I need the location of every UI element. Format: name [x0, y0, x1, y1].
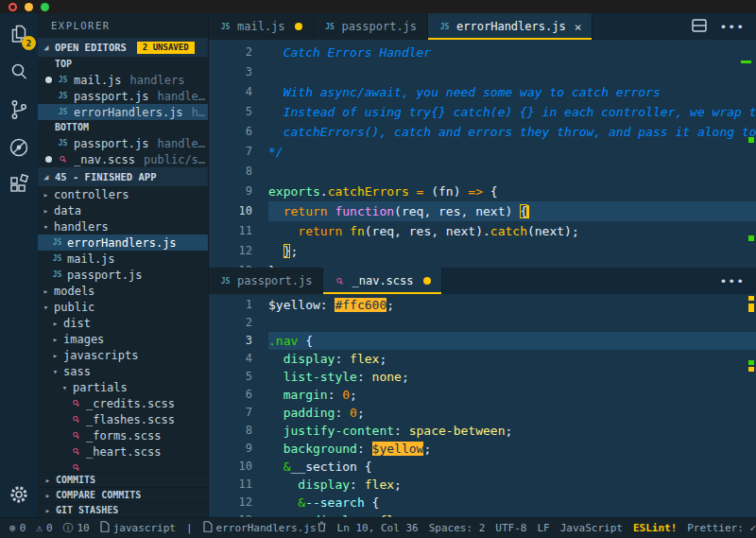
- line-number: 3: [209, 62, 268, 82]
- project-header[interactable]: ◢ 45 - FINISHED APP: [38, 167, 208, 186]
- code-line-1[interactable]: 1$yellow: #ffc600;: [209, 296, 756, 314]
- tree-item-_flashes.scss[interactable]: ♀_flashes.scss: [38, 411, 208, 427]
- tree-item-data[interactable]: ▸data: [38, 202, 208, 218]
- code-line-2[interactable]: 2 Catch Errors Handler: [209, 43, 756, 62]
- code-line-8[interactable]: 8: [209, 162, 756, 182]
- file-path: handlers: [157, 137, 208, 150]
- debug-icon[interactable]: [8, 136, 30, 159]
- code-line-7[interactable]: 7 padding: 0;: [209, 404, 756, 422]
- tree-item-images[interactable]: ▸images: [38, 331, 208, 347]
- close-button[interactable]: [9, 3, 17, 11]
- code-line-3[interactable]: 3: [209, 62, 756, 82]
- source-control-icon[interactable]: [8, 98, 30, 121]
- js-icon: JS: [57, 139, 69, 148]
- status-item--[interactable]: |: [186, 522, 193, 534]
- panel-git-stashes[interactable]: ▸GIT STASHES: [38, 502, 208, 517]
- status-item-eslint-[interactable]: ESLint!: [633, 522, 677, 534]
- code-line-5[interactable]: 5 list-style: none;: [209, 368, 756, 386]
- zoom-button[interactable]: [41, 3, 49, 11]
- code-line-4[interactable]: 4 display: flex;: [209, 350, 756, 368]
- tree-item-_forms.scss[interactable]: ♀_forms.scss: [38, 427, 208, 443]
- tab-mail.js[interactable]: JSmail.js: [209, 13, 314, 40]
- code-line-6[interactable]: 6 margin: 0;: [209, 386, 756, 404]
- tree-item-errorHandlers.js[interactable]: JSerrorHandlers.js: [38, 234, 208, 251]
- tree-item-sass[interactable]: ▾sass: [38, 363, 208, 379]
- status-item-ln-10-col-36[interactable]: Ln 10, Col 36: [337, 522, 419, 534]
- code-line-6[interactable]: 6 catchErrors(), catch and errors they t…: [209, 122, 756, 142]
- line-number: 8: [209, 422, 268, 440]
- panel-commits[interactable]: ▸COMMITS: [38, 472, 208, 487]
- status-item-javascript[interactable]: JavaScript: [560, 522, 623, 534]
- status-item-0[interactable]: ⊗0: [9, 522, 26, 534]
- minimize-button[interactable]: [25, 3, 33, 11]
- js-icon: JS: [51, 270, 63, 279]
- tree-item-clipped[interactable]: ♀: [38, 460, 208, 472]
- tree-item-_heart.scss[interactable]: ♀_heart.scss: [38, 443, 208, 460]
- open-editor-item-passport.js[interactable]: JSpassport.jshandlers: [38, 135, 208, 151]
- tree-item-javascripts[interactable]: ▸javascripts: [38, 347, 208, 363]
- files-icon[interactable]: 2: [8, 23, 30, 45]
- status-item-errorhandlers-js[interactable]: errorHandlers.js: [203, 521, 317, 535]
- tab-passport.js[interactable]: JSpassport.js: [314, 13, 428, 40]
- tree-item-dist[interactable]: ▸dist: [38, 315, 208, 331]
- gear-icon[interactable]: [8, 483, 30, 506]
- code-line-10[interactable]: 10 &__section {: [209, 458, 756, 476]
- status-item-0[interactable]: ⚠0: [36, 522, 52, 534]
- tree-item-partials[interactable]: ▾partials: [38, 379, 208, 395]
- tab-label: errorHandlers.js: [456, 20, 566, 33]
- code-line-13[interactable]: 13};: [209, 261, 756, 268]
- open-editor-item-_nav.scss[interactable]: ♀_nav.scsspublic/sass/pa...: [38, 151, 208, 167]
- tree-item-label: images: [63, 333, 104, 346]
- tree-item-passport.js[interactable]: JSpassport.js: [38, 267, 208, 283]
- more-actions-icon[interactable]: •••: [720, 274, 745, 288]
- more-actions-icon[interactable]: •••: [720, 20, 745, 34]
- split-editor-icon[interactable]: [692, 18, 707, 36]
- status-item[interactable]: [317, 521, 327, 535]
- tab-errorHandlers.js[interactable]: JSerrorHandlers.js×: [428, 13, 593, 40]
- code-text: Instead of using try{} catch(e) {} in ea…: [268, 102, 756, 122]
- code-line-7[interactable]: 7*/: [209, 142, 756, 162]
- status-item-utf-8[interactable]: UTF-8: [495, 522, 526, 534]
- editor-content-top[interactable]: 2 Catch Errors Handler34 With async/awai…: [209, 40, 756, 268]
- open-editor-item-mail.js[interactable]: JSmail.jshandlers: [38, 72, 208, 88]
- code-line-9[interactable]: 9 background: $yellow;: [209, 440, 756, 458]
- open-editor-item-passport.js[interactable]: JSpassport.jshandlers: [38, 88, 208, 104]
- open-editors-label: OPEN EDITORS: [55, 42, 127, 53]
- open-editors-header[interactable]: ◢ OPEN EDITORS 2 UNSAVED: [38, 38, 208, 57]
- status-item-javascript[interactable]: javascript: [100, 521, 176, 535]
- tree-item-public[interactable]: ▾public: [38, 299, 208, 315]
- tree-item-models[interactable]: ▸models: [38, 283, 208, 299]
- panel-compare-commits[interactable]: ▸COMPARE COMMITS: [38, 487, 208, 502]
- code-line-8[interactable]: 8 justify-content: space-between;: [209, 422, 756, 440]
- code-line-2[interactable]: 2: [209, 314, 756, 332]
- code-line-12[interactable]: 12 };: [209, 241, 756, 261]
- sass-icon: ♀: [68, 460, 84, 472]
- tab-_nav.scss[interactable]: ♀_nav.scss: [323, 268, 441, 294]
- editor-content-bottom[interactable]: 1$yellow: #ffc600;23.nav {4 display: fle…: [209, 294, 756, 517]
- tree-item-mail.js[interactable]: JSmail.js: [38, 251, 208, 267]
- status-item-prettier-[interactable]: Prettier: ✓: [687, 522, 756, 534]
- line-number: 6: [209, 122, 268, 142]
- code-line-3[interactable]: 3.nav {: [209, 332, 756, 350]
- code-line-5[interactable]: 5 Instead of using try{} catch(e) {} in …: [209, 102, 756, 122]
- open-editor-item-errorHandlers.js[interactable]: JSerrorHandlers.jshandler..: [38, 104, 208, 120]
- code-text: With async/await, you need some way to c…: [268, 82, 756, 102]
- chevron-right-icon: ▸: [51, 351, 60, 360]
- status-item-spaces-2[interactable]: Spaces: 2: [429, 522, 486, 534]
- tree-item-_credits.scss[interactable]: ♀_credits.scss: [38, 395, 208, 411]
- extensions-icon[interactable]: [8, 174, 30, 197]
- tree-item-controllers[interactable]: ▸controllers: [38, 186, 208, 202]
- code-line-13[interactable]: 13 display: flex;: [209, 512, 756, 517]
- search-icon[interactable]: [8, 61, 30, 83]
- status-item-10[interactable]: ⓘ10: [63, 521, 90, 535]
- close-icon[interactable]: ×: [575, 20, 582, 34]
- code-line-9[interactable]: 9exports.catchErrors = (fn) => {: [209, 182, 756, 201]
- tab-passport.js[interactable]: JSpassport.js: [209, 268, 323, 294]
- code-line-4[interactable]: 4 With async/await, you need some way to…: [209, 82, 756, 102]
- code-line-10[interactable]: 10 return function(req, res, next) {: [209, 201, 756, 221]
- code-line-11[interactable]: 11 display: flex;: [209, 476, 756, 494]
- code-line-11[interactable]: 11 return fn(req, res, next).catch(next)…: [209, 221, 756, 241]
- tree-item-handlers[interactable]: ▾handlers: [38, 218, 208, 234]
- code-line-12[interactable]: 12 &--search {: [209, 494, 756, 512]
- status-item-lf[interactable]: LF: [537, 522, 549, 534]
